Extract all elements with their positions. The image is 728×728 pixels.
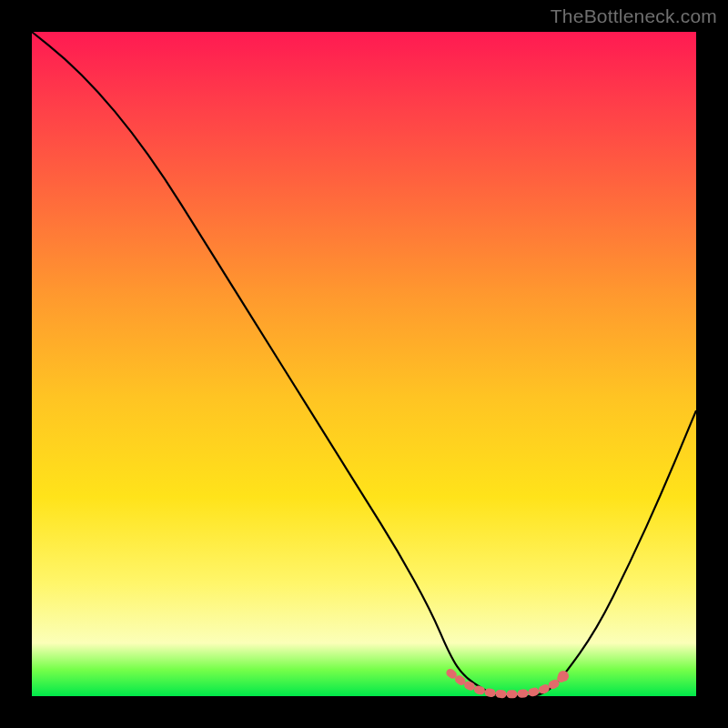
chart-frame: TheBottleneck.com	[0, 0, 728, 728]
curve-path	[32, 32, 696, 696]
optimal-range-markers	[450, 671, 569, 694]
bottleneck-curve	[32, 32, 696, 696]
plot-area	[32, 32, 696, 696]
optimal-range-end-dot	[558, 671, 569, 682]
optimal-range-band	[450, 672, 563, 693]
watermark-text: TheBottleneck.com	[551, 5, 717, 27]
